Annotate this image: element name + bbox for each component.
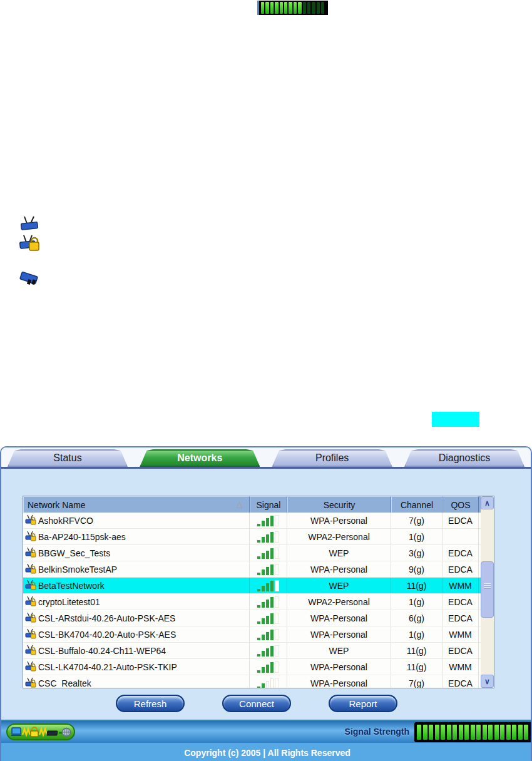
secured-ap-icon	[25, 612, 36, 625]
network-list-table: Network Name △ Signal Security Channel Q…	[23, 496, 494, 688]
signal-bars-icon	[257, 678, 279, 689]
table-row[interactable]: AshokRFVCOWPA-Personal7(g)EDCA	[23, 513, 494, 529]
qos-cell: WMM	[442, 578, 479, 593]
table-row[interactable]: Ba-AP240-115psk-aesWPA2-Personal1(g)	[23, 529, 494, 545]
table-row[interactable]: BetaTestNetworkWEP11(g)WMM	[23, 578, 494, 594]
secured-ap-icon	[25, 563, 36, 576]
meter-bar	[471, 725, 475, 740]
network-name: CSL-Buffalo-40.24-Ch11-WEP64	[38, 646, 166, 656]
tab-bar: Status Networks Profiles Diagnostics	[1, 447, 531, 469]
signal-cell	[250, 578, 287, 593]
table-row[interactable]: CSL-LK4704-40.21-Auto-PSK-TKIPWPA-Person…	[23, 659, 494, 675]
qos-cell: EDCA	[442, 545, 479, 561]
tab-status[interactable]: Status	[8, 449, 128, 467]
security-cell: WPA-Personal	[287, 675, 391, 688]
highlight-color-swatch	[432, 412, 479, 427]
column-header-channel[interactable]: Channel	[391, 496, 442, 513]
column-header-signal[interactable]: Signal	[250, 496, 287, 513]
meter-bar	[275, 2, 278, 14]
network-name: BetaTestNetwork	[38, 581, 105, 591]
table-row[interactable]: BelkinSmokeTestAPWPA-Personal9(g)EDCA	[23, 561, 494, 578]
security-cell: WEP	[287, 545, 391, 561]
meter-bar	[483, 725, 487, 740]
footer-signal-meter	[414, 722, 532, 742]
column-header-qos[interactable]: QOS	[442, 496, 479, 513]
meter-bar	[270, 2, 274, 14]
signal-cell	[250, 610, 287, 626]
tab-diagnostics[interactable]: Diagnostics	[404, 449, 524, 467]
network-name-cell: CSC_Realtek	[23, 675, 250, 688]
signal-strength-label: Signal Strength	[345, 727, 409, 737]
meter-bar	[280, 2, 283, 14]
signal-cell	[250, 659, 287, 675]
table-row[interactable]: CSL-BK4704-40.20-Auto-PSK-AESWPA-Persona…	[23, 626, 494, 643]
vertical-scrollbar[interactable]: ∧ ∨	[481, 496, 494, 688]
meter-bar	[284, 2, 287, 14]
scroll-up-button[interactable]: ∧	[481, 496, 494, 509]
tab-profiles[interactable]: Profiles	[272, 449, 392, 467]
network-name: BBGW_Sec_Tests	[38, 548, 110, 558]
channel-cell: 11(g)	[391, 643, 442, 658]
network-name-cell: CSL-Buffalo-40.24-Ch11-WEP64	[23, 643, 250, 658]
table-row[interactable]: CSC_RealtekWPA-Personal7(g)EDCA	[23, 675, 494, 688]
wireless-adapter-icon	[19, 269, 40, 289]
network-name-cell: BetaTestNetwork	[23, 578, 250, 593]
meter-bar	[261, 2, 264, 14]
table-row[interactable]: CSL-ARstdui-40.26-Auto-PSK-AESWPA-Person…	[23, 610, 494, 626]
refresh-button[interactable]: Refresh	[116, 695, 185, 712]
signal-bars-icon	[257, 596, 279, 608]
security-cell: WPA2-Personal	[287, 529, 391, 544]
meter-bar	[298, 2, 301, 14]
sort-ascending-icon: △	[237, 499, 243, 509]
meter-bar	[435, 725, 439, 740]
qos-cell: EDCA	[442, 561, 479, 577]
meter-bar	[317, 2, 320, 14]
channel-cell: 7(g)	[391, 513, 442, 528]
column-header-security[interactable]: Security	[287, 496, 391, 513]
access-point-icon	[19, 215, 40, 234]
meter-bar	[500, 725, 504, 740]
network-name-cell: CSL-ARstdui-40.26-Auto-PSK-AES	[23, 610, 250, 626]
network-name: Ba-AP240-115psk-aes	[38, 532, 126, 542]
meter-bar	[506, 725, 511, 740]
secured-access-point-icon	[19, 234, 40, 255]
column-header-network-name[interactable]: Network Name △	[23, 496, 250, 513]
qos-cell: EDCA	[442, 675, 479, 688]
table-row[interactable]: cryptoLitetest01WPA2-Personal1(g)EDCA	[23, 594, 494, 610]
qos-cell: WMM	[442, 626, 479, 642]
security-cell: WPA-Personal	[287, 626, 391, 642]
secured-ap-icon	[25, 547, 36, 559]
qos-cell: EDCA	[442, 643, 479, 658]
meter-bar	[447, 725, 451, 740]
channel-cell: 6(g)	[391, 610, 442, 626]
security-cell: WEP	[287, 643, 391, 658]
meter-bar	[518, 725, 523, 740]
secured-ap-icon	[25, 661, 36, 673]
footer-status-bar: Signal Strength	[1, 719, 532, 743]
scroll-down-button[interactable]: ∨	[481, 675, 494, 688]
secured-ap-icon	[25, 677, 36, 689]
network-name-cell: BelkinSmokeTestAP	[23, 561, 250, 577]
report-button[interactable]: Report	[329, 695, 397, 712]
network-name-cell: cryptoLitetest01	[23, 594, 250, 610]
scrollbar-thumb[interactable]	[481, 561, 494, 618]
meter-bar	[459, 725, 463, 740]
network-name: CSC_Realtek	[38, 678, 91, 688]
network-name: BelkinSmokeTestAP	[38, 564, 117, 575]
secured-ap-icon	[25, 514, 36, 527]
meter-bar	[307, 2, 310, 14]
meter-bar	[312, 2, 315, 14]
secured-ap-icon	[25, 628, 36, 641]
table-row[interactable]: CSL-Buffalo-40.24-Ch11-WEP64WEP11(g)EDCA	[23, 643, 494, 659]
tab-networks[interactable]: Networks	[140, 449, 260, 467]
security-cell: WPA-Personal	[287, 513, 391, 528]
meter-bar	[303, 2, 306, 14]
qos-cell: WMM	[442, 659, 479, 675]
meter-bar	[524, 725, 528, 740]
secured-ap-icon	[25, 580, 36, 592]
table-row[interactable]: BBGW_Sec_TestsWEP3(g)EDCA	[23, 545, 494, 561]
signal-cell	[250, 675, 287, 688]
connect-button[interactable]: Connect	[222, 695, 291, 712]
signal-bars-icon	[257, 661, 279, 673]
signal-bars-icon	[257, 564, 279, 575]
